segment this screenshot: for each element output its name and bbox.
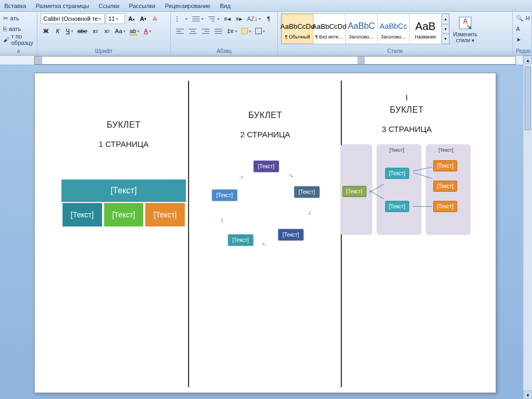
column-3: I БУКЛЕТ 3 СТРАНИЦА [Текст] [Текст] [Тек…: [336, 88, 478, 382]
multilevel-button[interactable]: [206, 13, 221, 24]
grow-font-button[interactable]: A▴: [126, 13, 137, 24]
smartart-table-header[interactable]: [Текст]: [61, 179, 186, 202]
hier-root[interactable]: [Текст]: [342, 186, 366, 197]
cycle-node-5[interactable]: [Текст]: [212, 189, 238, 201]
col1-title: БУКЛЕТ: [60, 120, 187, 130]
hier-leaf-3[interactable]: [Текст]: [433, 201, 457, 212]
tab-review[interactable]: Рецензирование: [165, 3, 210, 9]
cycle-node-1[interactable]: [Текст]: [253, 160, 279, 173]
bold-button[interactable]: Ж: [41, 26, 51, 36]
smartart-table-cell-3[interactable]: [Текст]: [144, 202, 186, 228]
col2-sub: 2 СТРАНИЦА: [202, 130, 328, 139]
superscript-button[interactable]: x2: [101, 26, 112, 36]
page[interactable]: БУКЛЕТ 1 СТРАНИЦА [Текст] [Текст] [Текст…: [34, 73, 496, 393]
change-styles-button[interactable]: A Изменить стили ▾: [451, 14, 480, 43]
style-normal[interactable]: AaBbCcDd¶ Обычный: [281, 14, 314, 44]
replace-button[interactable]: А: [516, 24, 528, 34]
column-1: БУКЛЕТ 1 СТРАНИЦА [Текст] [Текст] [Текст…: [53, 88, 194, 382]
subscript-button[interactable]: x2: [90, 26, 100, 36]
shrink-font-button[interactable]: A▾: [138, 13, 148, 24]
tab-references[interactable]: Ссылки: [99, 3, 120, 9]
hier-label-2: [Текст]: [389, 147, 404, 153]
ribbon: ✂ать ⎘вать 🖌т по образцу а Calibri (Осно…: [0, 12, 532, 56]
cut-button[interactable]: ✂ать: [3, 13, 34, 23]
clear-formatting-button[interactable]: A̶: [150, 13, 160, 24]
cycle-arrow: →: [217, 217, 226, 226]
tab-insert[interactable]: Вставка: [4, 3, 26, 9]
ribbon-tabs: Вставка Разметка страницы Ссылки Рассылк…: [0, 0, 532, 12]
change-case-button[interactable]: Aa: [113, 26, 127, 36]
tab-view[interactable]: Вид: [220, 3, 231, 9]
group-font: Calibri (Основной те 11 A▴ A▾ A̶ Ж К Ч a…: [37, 12, 171, 55]
borders-button[interactable]: [254, 26, 267, 36]
cycle-arrow: →: [305, 208, 316, 218]
cycle-node-2[interactable]: [Текст]: [294, 186, 320, 198]
cycle-arrow: →: [260, 240, 269, 249]
cycle-node-4[interactable]: [Текст]: [228, 234, 254, 246]
copy-button[interactable]: ⎘вать: [3, 24, 34, 34]
increase-indent-button[interactable]: ≡▸: [234, 13, 245, 24]
smartart-table-cell-1[interactable]: [Текст]: [61, 202, 103, 228]
group-editing: 🔍Н А ➤ Редак: [513, 12, 532, 55]
group-label-clipboard: а: [3, 48, 34, 54]
style-title[interactable]: AaBНазвание: [410, 14, 442, 44]
align-left-button[interactable]: [174, 26, 186, 36]
numbering-button[interactable]: [190, 13, 205, 24]
hier-child-2[interactable]: [Текст]: [385, 201, 409, 212]
vertical-scrollbar[interactable]: ▴ ▾: [523, 56, 532, 399]
cycle-arrow: →: [285, 169, 296, 181]
select-button[interactable]: ➤: [516, 35, 528, 44]
smartart-table-cell-2[interactable]: [Текст]: [103, 202, 145, 228]
smartart-cycle[interactable]: [Текст] [Текст] [Текст] [Текст] [Текст] …: [202, 157, 328, 264]
strikethrough-button[interactable]: abe: [76, 26, 89, 36]
find-icon: 🔍: [516, 15, 523, 22]
font-name-combo[interactable]: Calibri (Основной те: [41, 13, 105, 24]
document-area: БУКЛЕТ 1 СТРАНИЦА [Текст] [Текст] [Текст…: [0, 65, 532, 399]
col1-sub: 1 СТРАНИЦА: [60, 139, 187, 148]
styles-gallery[interactable]: AaBbCcDd¶ Обычный AaBbCcDd¶ Без инте… Aa…: [281, 13, 450, 44]
highlight-button[interactable]: ab: [128, 26, 141, 36]
align-center-button[interactable]: [187, 26, 199, 36]
bullets-button[interactable]: [174, 13, 189, 24]
cycle-arrow: →: [236, 172, 246, 183]
hier-child-1[interactable]: [Текст]: [385, 168, 409, 179]
col3-marker: I: [343, 93, 470, 102]
tab-page-layout[interactable]: Разметка страницы: [36, 3, 89, 9]
change-styles-icon: A: [458, 14, 473, 32]
align-right-button[interactable]: [200, 26, 212, 36]
style-heading1[interactable]: AaBbCЗаголово…: [346, 14, 378, 44]
scroll-down-button[interactable]: ▾: [523, 390, 532, 399]
horizontal-ruler[interactable]: [0, 56, 532, 65]
group-styles: AaBbCcDd¶ Обычный AaBbCcDd¶ Без инте… Aa…: [278, 12, 513, 55]
hier-leaf-2[interactable]: [Текст]: [433, 181, 457, 192]
underline-button[interactable]: Ч: [64, 26, 75, 36]
col2-title: БУКЛЕТ: [202, 111, 328, 120]
cycle-node-3[interactable]: [Текст]: [278, 229, 304, 241]
hier-leaf-1[interactable]: [Текст]: [433, 160, 457, 171]
column-2: БУКЛЕТ 2 СТРАНИЦА [Текст] [Текст] [Текст…: [194, 88, 336, 382]
tab-mailings[interactable]: Рассылки: [129, 3, 155, 9]
find-button[interactable]: 🔍Н: [516, 13, 528, 23]
style-no-spacing[interactable]: AaBbCcDd¶ Без инте…: [314, 14, 346, 44]
font-size-combo[interactable]: 11: [106, 13, 125, 24]
hier-bg-2: [377, 144, 421, 235]
styles-scroll[interactable]: ▴▾▾: [442, 14, 449, 44]
font-color-button[interactable]: A: [142, 26, 153, 36]
show-marks-button[interactable]: ¶: [263, 13, 274, 24]
decrease-indent-button[interactable]: ≡◂: [222, 13, 233, 24]
format-painter-button[interactable]: 🖌т по образцу: [3, 35, 34, 44]
group-label-font: Шрифт: [41, 48, 167, 54]
smartart-table[interactable]: [Текст] [Текст] [Текст] [Текст]: [60, 178, 187, 229]
sort-button[interactable]: AZ↓: [246, 13, 262, 24]
italic-button[interactable]: К: [52, 26, 63, 36]
col3-title: БУКЛЕТ: [343, 105, 470, 115]
justify-button[interactable]: [213, 26, 224, 36]
scroll-up-button[interactable]: ▴: [523, 56, 532, 64]
cursor-icon: ➤: [516, 36, 521, 43]
smartart-hierarchy[interactable]: [Текст] [Текст] [Текст] [Текст] [Текст] …: [343, 144, 470, 251]
group-clipboard: ✂ать ⎘вать 🖌т по образцу а: [0, 12, 37, 55]
shading-button[interactable]: [240, 26, 253, 36]
style-heading2[interactable]: AaBbCcЗаголово…: [378, 14, 410, 44]
line-spacing-button[interactable]: ‡≡: [225, 26, 239, 36]
scroll-thumb[interactable]: [525, 66, 531, 130]
